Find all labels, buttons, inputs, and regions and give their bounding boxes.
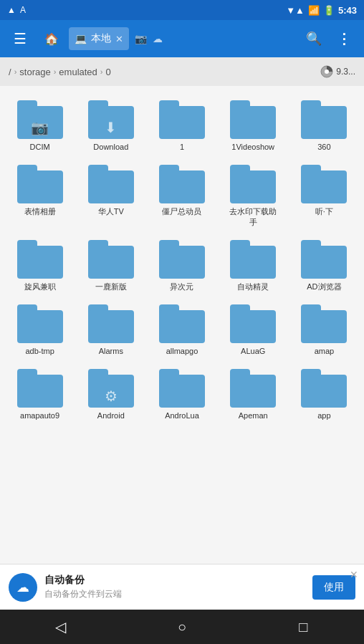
folder-icon	[88, 304, 134, 343]
folder-icon	[159, 165, 205, 203]
file-grid: 📷DCIM⬇Download11Videoshow360表情相册华人TV僵尸总动…	[3, 92, 361, 428]
folder-item[interactable]: amapauto9	[6, 363, 74, 425]
folder-label: 1	[180, 142, 184, 152]
home-icon: 🏠	[44, 32, 59, 46]
folder-label: 自动精灵	[237, 282, 269, 292]
folder-item[interactable]: 华人TV	[77, 159, 145, 231]
sim-icon: A	[20, 5, 26, 15]
recents-icon: □	[299, 619, 307, 635]
menu-button[interactable]: ☰	[6, 24, 34, 53]
folder-label: amap	[315, 346, 335, 356]
home-nav-button[interactable]: ○	[164, 612, 200, 641]
home-button[interactable]: 🏠	[37, 24, 66, 53]
folder-label: ALuaG	[241, 346, 265, 356]
banner-close-button[interactable]: ✕	[350, 569, 358, 580]
more-options-button[interactable]: ⋮	[330, 24, 358, 53]
folder-item[interactable]: 📷DCIM	[6, 95, 74, 156]
folder-icon	[17, 304, 63, 343]
breadcrumb-storage[interactable]: storage	[19, 67, 50, 77]
folder-item[interactable]: 1Videoshow	[219, 95, 287, 156]
folder-item[interactable]: AD浏览器	[290, 234, 358, 296]
folder-icon	[88, 240, 134, 279]
folder-item[interactable]: Alarms	[77, 299, 145, 360]
folder-overlay-icon: ⬇	[105, 120, 117, 135]
breadcrumb-chevron1: ›	[14, 67, 17, 76]
folder-label: 华人TV	[98, 206, 124, 216]
folder-item[interactable]: 旋风兼职	[6, 234, 74, 296]
folder-overlay-icon: ⚙	[105, 389, 118, 403]
folder-label: 异次元	[170, 282, 193, 292]
folder-item[interactable]: AndroLua	[148, 363, 216, 425]
folder-label: DCIM	[30, 142, 50, 152]
folder-label: 表情相册	[24, 206, 56, 216]
folder-icon	[17, 240, 63, 279]
folder-icon: 📷	[17, 100, 63, 139]
svg-point-1	[325, 69, 329, 74]
folder-icon	[230, 369, 276, 408]
breadcrumb-chevron3: ›	[100, 67, 103, 76]
file-grid-container: 📷DCIM⬇Download11Videoshow360表情相册华人TV僵尸总动…	[0, 86, 364, 564]
folder-item[interactable]: 一鹿新版	[77, 234, 145, 296]
folder-overlay-icon: 📷	[31, 120, 49, 135]
folder-item[interactable]: 1	[148, 95, 216, 156]
notification-icon: ▲	[7, 5, 16, 15]
breadcrumb-current[interactable]: 0	[106, 67, 111, 77]
bottom-banner: ☁ 自动备份 自动备份文件到云端 使用 ✕	[0, 564, 364, 610]
folder-item[interactable]: ⚙Android	[77, 363, 145, 425]
folder-icon	[301, 304, 347, 343]
folder-label: adb-tmp	[25, 346, 54, 356]
folder-item[interactable]: adb-tmp	[6, 299, 74, 360]
folder-label: 旋风兼职	[24, 282, 56, 292]
breadcrumb-chevron2: ›	[54, 67, 57, 76]
folder-item[interactable]: 异次元	[148, 234, 216, 296]
app-bar: ☰ 🏠 💻 本地 ✕ 📷 ☁ 🔍 ⋮	[0, 20, 364, 57]
folder-item[interactable]: 自动精灵	[219, 234, 287, 296]
folder-item[interactable]: ⬇Download	[77, 95, 145, 156]
folder-icon	[230, 165, 276, 203]
banner-action-button[interactable]: 使用	[312, 575, 355, 600]
folder-item[interactable]: app	[290, 363, 358, 425]
banner-title: 自动备份	[44, 574, 305, 587]
status-bar: ▲ A ▼▲ 📶 🔋 5:43	[0, 0, 364, 20]
folder-icon	[301, 100, 347, 139]
cloud-icon: ☁	[153, 33, 163, 44]
folder-icon	[17, 369, 63, 408]
banner-subtitle: 自动备份文件到云端	[44, 588, 305, 600]
folder-icon	[301, 165, 347, 203]
folder-item[interactable]: allmapgo	[148, 299, 216, 360]
folder-label: 僵尸总动员	[162, 206, 201, 216]
folder-icon: ⬇	[88, 100, 134, 139]
recents-button[interactable]: □	[285, 612, 321, 641]
folder-label: 听·下	[315, 206, 333, 216]
signal-icon: ▼▲	[286, 5, 305, 16]
search-icon: 🔍	[306, 31, 322, 47]
folder-label: Apeman	[239, 410, 268, 420]
folder-icon	[301, 240, 347, 279]
search-button[interactable]: 🔍	[300, 24, 328, 53]
folder-icon	[159, 369, 205, 408]
menu-icon: ☰	[14, 30, 27, 47]
extra-icon: 📷	[135, 33, 147, 44]
folder-icon	[159, 240, 205, 279]
tab-close-button[interactable]: ✕	[115, 34, 123, 44]
back-button[interactable]: ◁	[43, 612, 79, 641]
local-tab[interactable]: 💻 本地 ✕	[69, 27, 129, 50]
folder-item[interactable]: amap	[290, 299, 358, 360]
folder-item[interactable]: 表情相册	[6, 159, 74, 231]
breadcrumb-emulated[interactable]: emulated	[59, 67, 97, 77]
storage-pie-icon	[320, 65, 333, 78]
folder-item[interactable]: ALuaG	[219, 299, 287, 360]
folder-item[interactable]: 360	[290, 95, 358, 156]
folder-label: AD浏览器	[307, 282, 341, 292]
folder-item[interactable]: Apeman	[219, 363, 287, 425]
folder-label: 去水印下载助手	[227, 206, 279, 227]
folder-label: allmapgo	[166, 346, 198, 356]
folder-icon	[159, 100, 205, 139]
folder-item[interactable]: 去水印下载助手	[219, 159, 287, 231]
more-icon: ⋮	[337, 30, 351, 47]
folder-label: amapauto9	[20, 410, 59, 420]
folder-item[interactable]: 僵尸总动员	[148, 159, 216, 231]
folder-icon	[159, 304, 205, 343]
folder-icon: ⚙	[88, 369, 134, 408]
folder-item[interactable]: 听·下	[290, 159, 358, 231]
